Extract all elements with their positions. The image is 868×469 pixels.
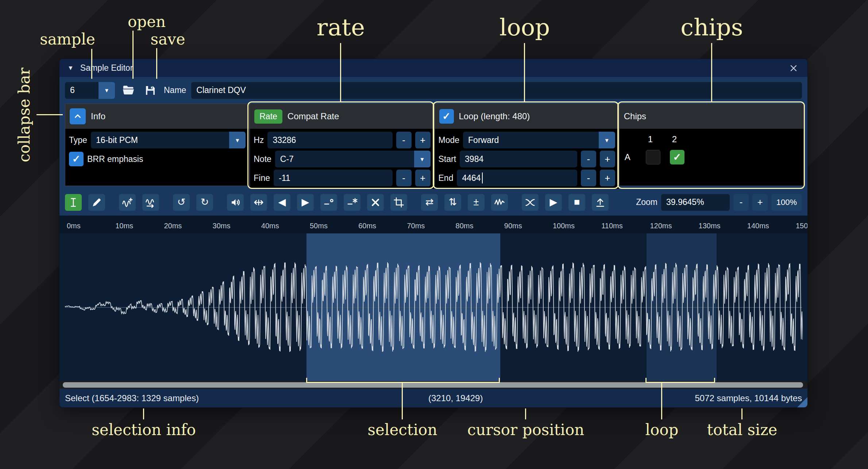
chips-panel-header: Chips xyxy=(620,104,803,129)
loop-end-minus-button[interactable]: - xyxy=(581,170,596,186)
loop-panel-header: ✓ Loop (length: 480) xyxy=(435,104,619,129)
annotation-loop: loop xyxy=(499,14,550,41)
dropdown-arrow-icon[interactable]: ▼ xyxy=(99,82,115,99)
fine-plus-button[interactable]: + xyxy=(415,170,431,186)
fade-in-button[interactable]: ◀ xyxy=(274,194,290,211)
normalize-button[interactable] xyxy=(250,194,267,211)
insert-silence-button[interactable] xyxy=(320,194,337,211)
ruler-label: 110ms xyxy=(601,222,623,230)
ruler-label: 70ms xyxy=(407,222,425,230)
filter-wave-icon xyxy=(494,197,505,208)
ruler-label: 0ms xyxy=(67,222,81,230)
crop-icon xyxy=(393,197,404,208)
reverse-button[interactable]: ⇄ xyxy=(421,194,438,211)
fine-minus-button[interactable]: - xyxy=(396,170,412,186)
fade-out-icon: ▶ xyxy=(302,197,309,207)
fade-out-button[interactable]: ▶ xyxy=(297,194,314,211)
plus-minus-icon: ± xyxy=(474,197,479,207)
chip-a2-checkbox[interactable]: ✓ xyxy=(670,150,684,164)
zoom-reset-button[interactable]: 100% xyxy=(771,194,802,211)
titlebar[interactable]: ▼ Sample Editor xyxy=(59,59,807,77)
loop-end-plus-button[interactable]: + xyxy=(600,170,615,186)
ruler-label: 20ms xyxy=(164,222,182,230)
collapse-info-button[interactable] xyxy=(70,108,86,124)
select-tool-button[interactable] xyxy=(65,194,82,211)
brr-emphasis-checkbox[interactable]: ✓ xyxy=(69,152,84,166)
save-button[interactable] xyxy=(142,82,159,99)
zoom-out-button[interactable]: - xyxy=(733,194,749,211)
rate-badge[interactable]: Rate xyxy=(254,109,282,124)
filter-button[interactable] xyxy=(491,194,508,211)
annotation-open: open xyxy=(128,13,166,31)
fine-input[interactable]: -11 xyxy=(274,170,393,186)
note-dropdown[interactable]: C-7 ▼ xyxy=(275,151,431,167)
edit-toolbar: ↺ ↻ ◀ ▶ ⇄ ⇅ ± ▶ ■ Zoom 39.9645% - + 100% xyxy=(59,189,807,216)
apply-silence-button[interactable] xyxy=(344,194,360,211)
hz-minus-button[interactable]: - xyxy=(396,132,412,148)
annotation-save: save xyxy=(150,30,185,48)
loop-start-plus-button[interactable]: + xyxy=(600,151,615,167)
redo-icon: ↻ xyxy=(201,197,209,207)
undo-button[interactable]: ↺ xyxy=(173,194,190,211)
annotation-collapse-bar: collapse bar xyxy=(15,67,33,162)
preview-button[interactable]: ▶ xyxy=(545,194,562,211)
rate-panel: Rate Compat Rate Hz 33286 - + Note C-7 ▼ xyxy=(250,104,434,186)
resample-button[interactable] xyxy=(142,194,159,211)
redo-button[interactable]: ↻ xyxy=(196,194,213,211)
rate-panel-title: Compat Rate xyxy=(288,111,339,121)
ruler-label: 40ms xyxy=(261,222,279,230)
resize-button[interactable] xyxy=(119,194,136,211)
hz-plus-button[interactable]: + xyxy=(415,132,431,148)
reverse-icon: ⇄ xyxy=(425,197,434,207)
mode-label: Mode xyxy=(439,135,460,145)
ruler-label: 150ms xyxy=(796,222,807,230)
dropdown-arrow-icon[interactable]: ▼ xyxy=(599,132,615,148)
waveform-svg xyxy=(65,233,803,381)
dropdown-arrow-icon[interactable]: ▼ xyxy=(229,132,246,148)
ruler-label: 140ms xyxy=(747,222,769,230)
scrollbar-thumb[interactable] xyxy=(63,382,803,388)
invert-button[interactable]: ⇅ xyxy=(444,194,461,211)
ruler-label: 30ms xyxy=(213,222,231,230)
zoom-input[interactable]: 39.9645% xyxy=(661,194,730,211)
delete-button[interactable] xyxy=(367,194,384,211)
loop-enable-checkbox[interactable]: ✓ xyxy=(439,109,454,124)
open-button[interactable] xyxy=(120,82,137,99)
horizontal-scrollbar[interactable] xyxy=(59,381,807,389)
stop-preview-button[interactable]: ■ xyxy=(568,194,585,211)
speaker-icon xyxy=(230,197,241,208)
hz-input[interactable]: 33286 xyxy=(267,132,392,148)
info-panel-header: Info xyxy=(65,104,249,129)
name-input[interactable]: Clarinet DQV xyxy=(191,82,802,99)
loop-start-minus-button[interactable]: - xyxy=(581,151,596,167)
loop-mode-dropdown[interactable]: Forward ▼ xyxy=(463,132,615,148)
name-label: Name xyxy=(164,85,186,95)
type-label: Type xyxy=(69,135,87,145)
upload-sample-button[interactable] xyxy=(592,194,609,211)
apply-silence-icon xyxy=(347,197,358,208)
draw-tool-button[interactable] xyxy=(88,194,105,211)
amplify-button[interactable] xyxy=(227,194,244,211)
time-ruler[interactable]: 0ms10ms20ms30ms40ms50ms60ms70ms80ms90ms1… xyxy=(59,216,807,233)
type-dropdown[interactable]: 16-bit PCM ▼ xyxy=(91,132,246,148)
loop-start-input[interactable]: 3984 xyxy=(460,151,577,167)
ruler-label: 50ms xyxy=(310,222,328,230)
loop-end-input[interactable]: 4464 xyxy=(457,170,577,186)
trim-button[interactable] xyxy=(390,194,407,211)
play-icon: ▶ xyxy=(550,197,558,207)
waveform-display[interactable] xyxy=(59,233,807,381)
resize-grip[interactable] xyxy=(797,397,807,407)
loop-panel: ✓ Loop (length: 480) Mode Forward ▼ Star… xyxy=(435,104,619,186)
sample-selector[interactable]: 6 ▼ xyxy=(65,82,115,99)
dropdown-arrow-icon[interactable]: ▼ xyxy=(414,151,431,167)
window-collapse-icon[interactable]: ▼ xyxy=(67,65,74,72)
crossfade-button[interactable] xyxy=(522,194,539,211)
invert-icon: ⇅ xyxy=(449,197,457,207)
status-bar: Select (1654-2983: 1329 samples) (3210, … xyxy=(59,389,807,407)
zoom-in-button[interactable]: + xyxy=(752,194,768,211)
loop-start-label: Start xyxy=(439,154,456,164)
wave-resample-icon xyxy=(145,197,156,208)
chip-a1-checkbox[interactable] xyxy=(646,150,660,164)
close-button[interactable] xyxy=(788,62,799,74)
sign-invert-button[interactable]: ± xyxy=(468,194,485,211)
